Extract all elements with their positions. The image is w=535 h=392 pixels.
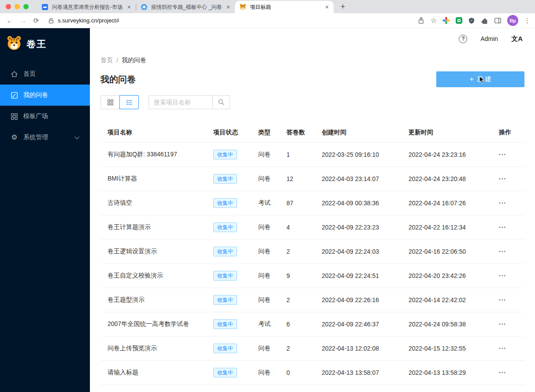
created-time: 2022-03-25 09:16:10	[315, 151, 401, 158]
new-tab-button[interactable]: +	[337, 1, 349, 12]
answer-count: 12	[279, 175, 315, 182]
sidebar: 卷王 首页 我的问卷 模板广场 ⚙	[0, 28, 90, 392]
updated-time: 2022-04-22 16:12:34	[401, 224, 492, 231]
sidebar-item-label: 模板广场	[23, 112, 48, 120]
extension-green-icon[interactable]	[456, 17, 462, 24]
window-minimize-button[interactable]	[15, 4, 20, 9]
tab-title: 问卷满意度调查分析报告-市场调	[52, 4, 123, 11]
search-button[interactable]	[212, 95, 230, 109]
sidebar-item-system[interactable]: ⚙ 系统管理	[0, 127, 90, 148]
chevron-down-icon	[74, 134, 79, 139]
row-actions-button[interactable]: ···	[492, 248, 513, 255]
table-row: 卷王计算题演示 收集中 问卷 4 2022-04-09 22:23:23 202…	[100, 215, 524, 240]
project-type: 问卷	[251, 175, 279, 183]
project-type: 问卷	[251, 296, 279, 304]
browser-tab-strip: 问卷满意度调查分析报告-市场调 × 疫情防控专题_模板中心 _问卷网 ×	[0, 0, 535, 13]
project-name-link[interactable]: 卷王题型演示	[100, 296, 206, 304]
updated-time: 2022-04-20 23:42:26	[401, 272, 492, 279]
project-name-link[interactable]: 请输入标题	[100, 369, 206, 377]
updated-time: 2022-04-15 12:32:55	[401, 345, 492, 352]
more-actions-icon: ···	[499, 224, 506, 231]
updated-time: 2022-04-13 13:58:29	[401, 369, 492, 376]
created-time: 2022-04-09 00:38:36	[315, 200, 401, 207]
project-name-link[interactable]: 有问题加Q群: 338461197	[100, 151, 206, 159]
window-zoom-button[interactable]	[23, 4, 29, 9]
project-type: 考试	[251, 199, 279, 207]
extensions-puzzle-icon[interactable]	[481, 17, 488, 24]
status-badge: 收集中	[213, 247, 237, 256]
row-actions-button[interactable]: ···	[492, 151, 513, 158]
answer-count: 9	[279, 272, 315, 279]
tab-title: 疫情防控专题_模板中心 _问卷网	[151, 4, 222, 11]
project-name-link[interactable]: 卷王逻辑设置演示	[100, 248, 206, 255]
breadcrumb-home[interactable]: 首页	[100, 56, 113, 64]
sidebar-item-templates[interactable]: 模板广场	[0, 106, 90, 127]
more-actions-icon: ···	[499, 248, 506, 255]
profile-avatar[interactable]: Rp	[507, 15, 518, 26]
project-name-link[interactable]: 古诗填空	[100, 199, 206, 207]
created-time: 2022-04-13 13:58:07	[315, 369, 401, 376]
share-icon[interactable]	[417, 17, 425, 24]
forward-icon[interactable]: →	[17, 15, 29, 27]
new-project-button[interactable]: + 新 建	[436, 71, 524, 87]
column-header: 类型	[251, 129, 279, 137]
tab-close-icon[interactable]: ×	[324, 4, 330, 11]
sidebar-item-my-surveys[interactable]: 我的问卷	[0, 85, 90, 106]
user-menu[interactable]: Admin	[480, 35, 498, 42]
tab-favicon	[141, 4, 148, 11]
table-row: BMI计算器 收集中 问卷 12 2022-04-03 23:14:07 202…	[100, 167, 524, 191]
project-name-link[interactable]: 2007年全国统一高考数学试卷	[100, 320, 206, 328]
bookmark-star-icon[interactable]: ☆	[431, 16, 437, 25]
project-type: 问卷	[251, 248, 279, 255]
card-view-toggle[interactable]	[100, 95, 120, 109]
created-time: 2022-04-09 22:24:03	[315, 248, 401, 255]
browser-tab-2[interactable]: 疫情防控专题_模板中心 _问卷网 ×	[136, 1, 235, 13]
project-name-link[interactable]: 卷王计算题演示	[100, 223, 206, 231]
projects-table: 项目名称 项目状态 类型 答卷数 创建时间 更新时间 操作 有问题加Q群: 33…	[100, 122, 524, 385]
row-actions-button[interactable]: ···	[492, 321, 513, 328]
table-body: 有问题加Q群: 338461197 收集中 问卷 1 2022-03-25 09…	[100, 143, 524, 385]
updated-time: 2022-04-24 09:58:38	[401, 321, 492, 328]
table-row: 卷王题型演示 收集中 问卷 2 2022-04-09 22:26:16 2022…	[100, 288, 524, 312]
more-actions-icon: ···	[499, 321, 506, 328]
address-bar[interactable]: s.surveyking.cn/project#	[48, 17, 416, 24]
created-time: 2022-04-03 23:14:07	[315, 175, 401, 182]
row-actions-button[interactable]: ···	[492, 345, 513, 352]
row-actions-button[interactable]: ···	[492, 200, 513, 207]
row-actions-button[interactable]: ···	[492, 296, 513, 303]
help-icon[interactable]: ?	[459, 35, 467, 43]
browser-tab-1[interactable]: 问卷满意度调查分析报告-市场调 ×	[37, 1, 136, 13]
plus-icon: +	[469, 76, 473, 83]
tab-close-icon[interactable]: ×	[126, 4, 132, 11]
row-actions-button[interactable]: ···	[492, 272, 513, 279]
project-name-link[interactable]: BMI计算器	[100, 175, 206, 183]
grid-icon	[11, 113, 18, 120]
side-panel-icon[interactable]	[494, 17, 502, 24]
refresh-icon[interactable]: ⟳	[30, 15, 42, 27]
sidebar-item-home[interactable]: 首页	[0, 63, 90, 85]
project-name-link[interactable]: 问卷上传预览演示	[100, 344, 206, 352]
table-row: 问卷上传预览演示 收集中 问卷 2 2022-04-13 12:02:08 20…	[100, 337, 524, 361]
row-actions-button[interactable]: ···	[492, 224, 513, 231]
tab-close-icon[interactable]: ×	[225, 4, 231, 11]
search-input[interactable]	[149, 95, 213, 109]
home-icon	[11, 70, 18, 78]
status-badge: 收集中	[213, 150, 237, 159]
window-close-button[interactable]	[6, 4, 11, 9]
row-actions-button[interactable]: ···	[492, 369, 513, 376]
browser-menu-icon[interactable]: ⋮	[524, 17, 531, 25]
tab-favicon	[41, 4, 48, 11]
table-row: 请输入标题 收集中 问卷 0 2022-04-13 13:58:07 2022-…	[100, 361, 524, 385]
breadcrumb-separator: /	[116, 57, 118, 64]
column-header: 操作	[492, 129, 513, 137]
browser-tab-active[interactable]: 项目标题 ×	[235, 1, 334, 13]
extension-pinwheel-icon[interactable]	[442, 17, 450, 24]
project-name-link[interactable]: 卷王自定义校验演示	[100, 272, 206, 280]
extension-shield-icon[interactable]	[468, 17, 475, 24]
list-view-toggle[interactable]	[119, 95, 139, 109]
answer-count: 87	[279, 200, 315, 207]
row-actions-button[interactable]: ···	[492, 175, 513, 182]
status-badge: 收集中	[213, 319, 237, 329]
back-icon[interactable]: ←	[4, 15, 16, 27]
language-icon[interactable]: 文A	[511, 35, 523, 43]
